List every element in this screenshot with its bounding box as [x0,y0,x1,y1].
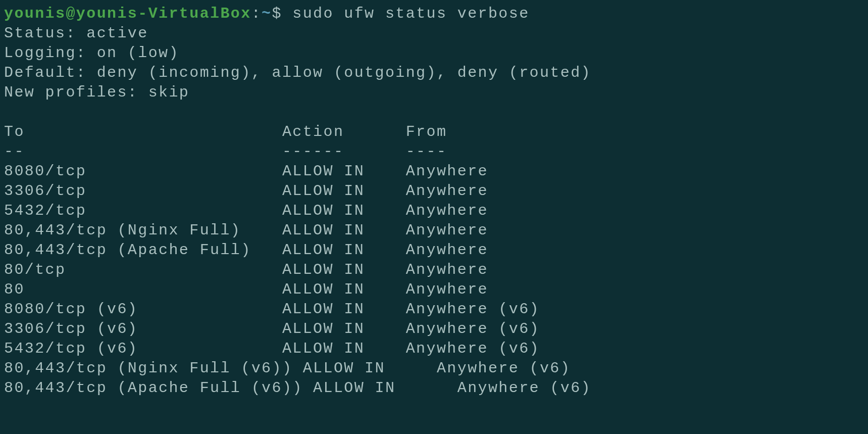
table-row: 80,443/tcp (Nginx Full) ALLOW IN Anywher… [4,221,864,240]
terminal-output: younis@younis-VirtualBox:~$ sudo ufw sta… [4,4,864,398]
rules-table: To Action From-- ------ ----8080/tcp ALL… [4,122,864,398]
table-row: 80,443/tcp (Nginx Full (v6)) ALLOW IN An… [4,359,864,378]
logging-line: Logging: on (low) [4,43,864,63]
table-row: 80,443/tcp (Apache Full) ALLOW IN Anywhe… [4,240,864,260]
prompt-user: younis@younis-VirtualBox [4,5,251,22]
table-header: To Action From [4,122,864,142]
table-row: 8080/tcp (v6) ALLOW IN Anywhere (v6) [4,300,864,319]
default-line: Default: deny (incoming), allow (outgoin… [4,63,864,83]
table-row: 5432/tcp ALLOW IN Anywhere [4,201,864,221]
table-row: 80 ALLOW IN Anywhere [4,280,864,300]
blank-line [4,103,864,122]
profiles-line: New profiles: skip [4,83,864,103]
table-row: 3306/tcp ALLOW IN Anywhere [4,181,864,201]
table-row: 3306/tcp (v6) ALLOW IN Anywhere (v6) [4,319,864,339]
prompt-symbol: $ [272,5,282,22]
table-row: 80/tcp ALLOW IN Anywhere [4,260,864,280]
prompt-line[interactable]: younis@younis-VirtualBox:~$ sudo ufw sta… [4,4,864,24]
table-row: 5432/tcp (v6) ALLOW IN Anywhere (v6) [4,339,864,359]
status-line: Status: active [4,24,864,43]
command-text: sudo ufw status verbose [292,5,529,22]
prompt-path: ~ [262,5,272,22]
prompt-separator: : [251,5,262,22]
table-row: 8080/tcp ALLOW IN Anywhere [4,162,864,181]
table-row: 80,443/tcp (Apache Full (v6)) ALLOW IN A… [4,378,864,398]
table-divider: -- ------ ---- [4,142,864,162]
